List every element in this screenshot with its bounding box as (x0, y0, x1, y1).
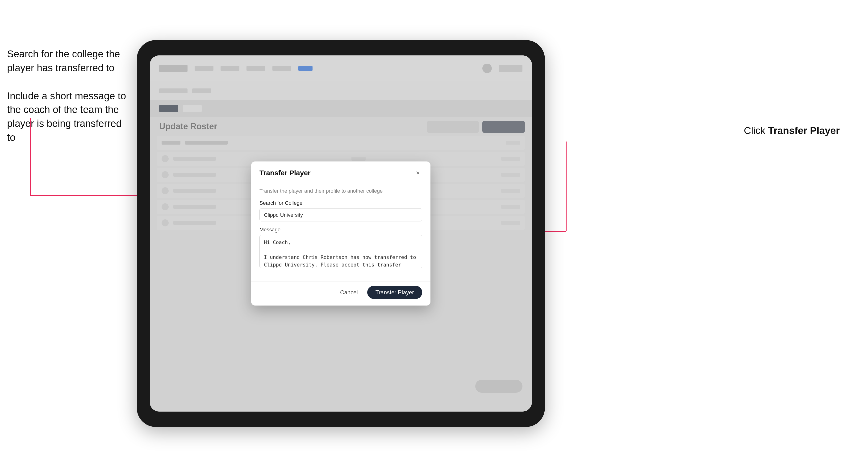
annotation-left: Search for the college the player has tr… (7, 47, 130, 159)
tablet-frame: Update Roster (137, 40, 545, 427)
message-textarea[interactable] (259, 235, 422, 268)
modal-close-button[interactable]: × (414, 168, 422, 177)
modal-body: Transfer the player and their profile to… (251, 182, 431, 281)
college-search-group: Search for College (259, 200, 422, 221)
annotation-text-2: Include a short message to the coach of … (7, 89, 130, 145)
modal-footer: Cancel Transfer Player (251, 281, 431, 306)
annotation-right: Click Transfer Player (744, 125, 840, 136)
message-group: Message (259, 227, 422, 269)
tablet-screen: Update Roster (150, 55, 532, 412)
college-search-label: Search for College (259, 200, 422, 206)
annotation-text-1: Search for the college the player has tr… (7, 47, 130, 75)
modal-title: Transfer Player (259, 169, 311, 177)
cancel-button[interactable]: Cancel (335, 286, 363, 299)
college-search-input[interactable] (259, 209, 422, 221)
annotation-right-bold: Transfer Player (768, 125, 840, 136)
message-label: Message (259, 227, 422, 233)
modal-header: Transfer Player × (251, 161, 431, 182)
transfer-player-button[interactable]: Transfer Player (367, 286, 422, 299)
modal-subtitle: Transfer the player and their profile to… (259, 188, 422, 194)
annotation-right-prefix: Click (744, 125, 768, 136)
transfer-player-modal: Transfer Player × Transfer the player an… (251, 161, 431, 306)
